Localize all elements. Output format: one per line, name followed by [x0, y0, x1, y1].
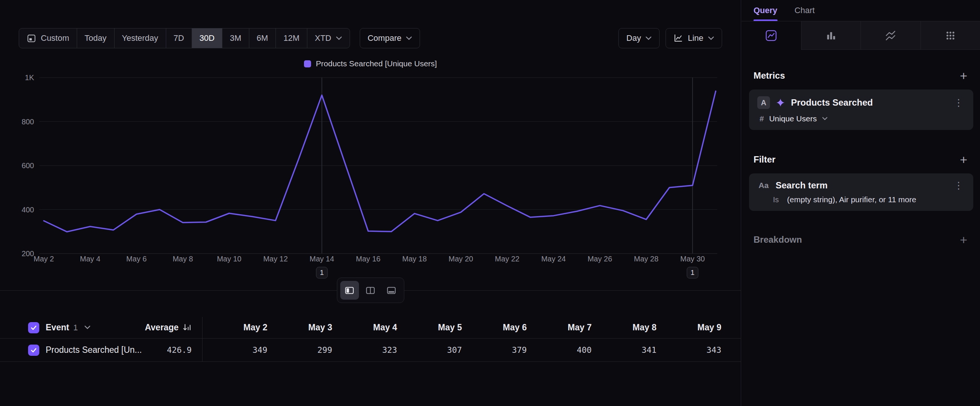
number-symbol: #	[759, 114, 764, 123]
filter-overflow-menu[interactable]: ⋮	[952, 180, 965, 190]
chart-type-line-tab[interactable]	[741, 21, 801, 50]
chart-type-tabs	[741, 21, 980, 50]
metric-card[interactable]: A Products Searched ⋮ # Unique Users	[749, 89, 973, 130]
tab-chart[interactable]: Chart	[795, 0, 815, 21]
svg-text:1: 1	[320, 269, 324, 276]
tab-query[interactable]: Query	[754, 0, 778, 21]
range-custom-button[interactable]: Custom	[19, 29, 77, 48]
chart-type-button[interactable]: Line	[665, 28, 722, 48]
event-count: 1	[73, 323, 78, 333]
filter-title: Filter	[754, 154, 776, 165]
chevron-down-icon[interactable]	[84, 325, 91, 330]
table-header-left: Event 1 Average	[0, 317, 202, 338]
chevron-down-icon	[822, 117, 828, 121]
table-cell: 341	[592, 345, 657, 355]
compare-button[interactable]: Compare	[360, 28, 420, 48]
table-cell: 323	[332, 345, 397, 355]
table-col-header: May 4	[332, 322, 397, 333]
chart-type-metric-tab[interactable]	[921, 21, 980, 50]
granularity-button[interactable]: Day	[618, 28, 660, 48]
chevron-down-icon	[645, 36, 652, 40]
average-column-label: Average	[145, 322, 178, 333]
event-sparkle-icon	[776, 98, 785, 107]
svg-text:May 18: May 18	[402, 255, 427, 263]
layout-table-button[interactable]	[382, 281, 401, 299]
add-metric-button[interactable]: +	[960, 69, 967, 82]
table-cell: 349	[202, 345, 267, 355]
svg-text:May 16: May 16	[356, 255, 381, 263]
row-checkbox[interactable]	[28, 345, 39, 356]
range-7d-button[interactable]: 7D	[166, 29, 192, 48]
range-12m-button[interactable]: 12M	[276, 29, 307, 48]
sort-icon[interactable]	[182, 323, 192, 332]
chart-table-layout-toggles	[337, 277, 404, 303]
date-column-headers: May 2 May 3 May 4 May 5 May 6 May 7 May …	[202, 322, 741, 333]
filter-card[interactable]: Aa Search term ⋮ Is (empty string), Air …	[749, 174, 973, 211]
check-icon	[30, 324, 37, 331]
range-3m-button[interactable]: 3M	[222, 29, 249, 48]
add-breakdown-button[interactable]: +	[960, 233, 967, 246]
svg-text:May 4: May 4	[80, 255, 100, 263]
svg-text:1K: 1K	[25, 73, 35, 82]
line-chart-icon	[765, 30, 777, 41]
chart-type-bar-tab[interactable]	[801, 21, 861, 50]
event-column-label: Event	[46, 322, 69, 333]
insights-report: Custom Today Yesterday 7D 30D 3M 6M 12M …	[0, 0, 980, 406]
bar-chart-icon	[825, 30, 837, 41]
metrics-title: Metrics	[754, 70, 785, 81]
table-cell: 299	[267, 345, 332, 355]
aggregation-selector[interactable]: # Unique Users	[757, 114, 965, 123]
layout-columns-button[interactable]	[361, 281, 380, 299]
check-icon	[30, 346, 37, 354]
main-panel: Custom Today Yesterday 7D 30D 3M 6M 12M …	[0, 0, 741, 406]
chart-legend: Products Searched [Unique Users]	[0, 59, 741, 68]
table-cell: 400	[527, 345, 592, 355]
string-property-icon: Aa	[757, 181, 770, 190]
add-filter-button[interactable]: +	[960, 153, 967, 166]
table-row-left: Products Searched [Un... 426.9	[0, 339, 202, 361]
filter-value: (empty string), Air purifier, or 11 more	[787, 195, 916, 204]
metric-overflow-menu[interactable]: ⋮	[952, 98, 965, 107]
range-xtd-button[interactable]: XTD	[307, 29, 350, 48]
svg-text:200: 200	[22, 250, 34, 258]
layout-table-icon	[386, 285, 396, 296]
table-cell: 307	[397, 345, 462, 355]
table-cell: 343	[657, 345, 721, 355]
svg-text:May 2: May 2	[34, 255, 54, 263]
filter-property-name: Search term	[776, 180, 947, 191]
svg-text:May 22: May 22	[495, 255, 520, 263]
table-col-header: May 2	[202, 322, 267, 333]
toolbar: Custom Today Yesterday 7D 30D 3M 6M 12M …	[19, 28, 722, 48]
metrics-section-header: Metrics +	[741, 69, 980, 82]
breakdown-section-header: Breakdown +	[741, 233, 980, 246]
table-col-header: May 5	[397, 322, 462, 333]
filter-condition[interactable]: Is (empty string), Air purifier, or 11 m…	[757, 195, 965, 204]
svg-text:May 28: May 28	[634, 255, 659, 263]
legend-item[interactable]: Products Searched [Unique Users]	[304, 59, 437, 68]
table-row: Products Searched [Un... 426.9 349 299 3…	[0, 339, 741, 362]
chevron-down-icon	[708, 36, 714, 40]
range-label: Custom	[41, 33, 69, 43]
range-yesterday-button[interactable]: Yesterday	[115, 29, 166, 48]
line-chart-icon	[673, 33, 683, 43]
table-col-header: May 3	[267, 322, 332, 333]
svg-text:May 6: May 6	[126, 255, 146, 263]
line-chart[interactable]: 1K800600400200May 2May 4May 6May 8May 10…	[19, 73, 722, 283]
svg-text:600: 600	[22, 161, 34, 170]
svg-text:400: 400	[22, 205, 34, 214]
filter-section-header: Filter +	[741, 153, 980, 166]
range-today-button[interactable]: Today	[77, 29, 115, 48]
layout-split-button[interactable]	[340, 281, 359, 299]
svg-text:May 14: May 14	[310, 255, 334, 263]
metric-name: Products Searched	[791, 97, 947, 108]
select-all-checkbox[interactable]	[28, 322, 39, 333]
results-table: Event 1 Average May 2 May 3 May 4 May 5 …	[0, 317, 741, 362]
breakdown-title: Breakdown	[754, 234, 802, 245]
range-6m-button[interactable]: 6M	[249, 29, 276, 48]
table-col-header: May 7	[527, 322, 592, 333]
svg-text:May 26: May 26	[588, 255, 612, 263]
chevron-down-icon	[336, 36, 342, 40]
chart-type-stacked-tab[interactable]	[861, 21, 921, 50]
range-30d-button[interactable]: 30D	[192, 29, 222, 48]
query-sidebar: Query Chart Metrics + A	[741, 0, 980, 406]
